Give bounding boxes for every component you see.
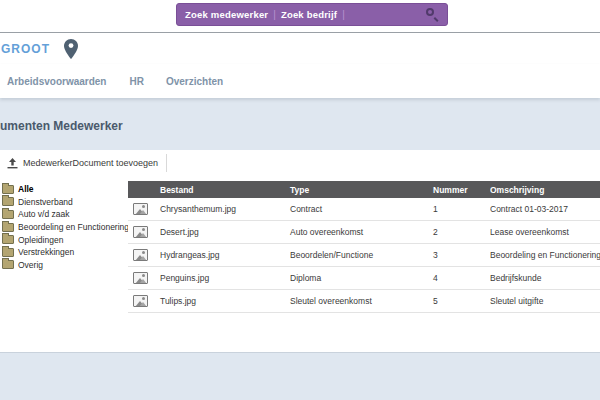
search-box[interactable]: Zoek medewerker | Zoek bedrijf |	[176, 3, 448, 26]
logo-bar: GROOT	[0, 33, 600, 64]
header-bestand: Bestand	[160, 185, 290, 195]
company-logo: GROOT	[1, 42, 50, 56]
folder-icon	[2, 223, 14, 232]
nav-item-hr[interactable]: HR	[129, 76, 143, 87]
add-medewerker-document-button[interactable]: MedewerkerDocument toevoegen	[0, 151, 164, 175]
tree-item-alle[interactable]: Alle	[2, 183, 128, 196]
search-separator: |	[342, 9, 345, 20]
panel-content: Alle Dienstverband Auto v/d zaak Beoorde…	[0, 176, 600, 313]
header-nummer: Nummer	[433, 185, 490, 195]
tree-item-dienstverband[interactable]: Dienstverband	[2, 196, 128, 209]
folder-icon	[2, 248, 14, 257]
search-icon[interactable]	[426, 8, 439, 21]
tree-item-opleidingen[interactable]: Opleidingen	[2, 233, 128, 246]
location-pin-icon[interactable]	[64, 39, 78, 59]
search-separator: |	[273, 9, 276, 20]
toolbar-divider	[166, 154, 167, 172]
folder-icon	[2, 235, 14, 244]
panel-toolbar: MedewerkerDocument toevoegen	[0, 150, 600, 176]
folder-icon	[2, 197, 14, 206]
folder-icon	[2, 210, 14, 219]
page-title: umenten Medewerker	[0, 119, 123, 133]
image-file-icon	[133, 203, 148, 215]
top-bar: Zoek medewerker | Zoek bedrijf |	[0, 0, 600, 33]
documents-table: Bestand Type Nummer Omschrijving Chrysan…	[128, 176, 600, 313]
image-file-icon	[133, 295, 148, 307]
tree-item-auto-vd-zaak[interactable]: Auto v/d zaak	[2, 208, 128, 221]
tree-item-beoordeling-en-functionering[interactable]: Beoordeling en Functionering	[2, 221, 128, 234]
folder-icon	[2, 185, 14, 194]
image-file-icon	[133, 272, 148, 284]
table-row[interactable]: Desert.jpg Auto overeenkomst 2 Lease ove…	[128, 221, 600, 244]
page-background: umenten Medewerker MedewerkerDocument to…	[0, 98, 600, 400]
tree-item-overig[interactable]: Overig	[2, 259, 128, 272]
image-file-icon	[133, 226, 148, 238]
header-type: Type	[290, 185, 433, 195]
category-tree: Alle Dienstverband Auto v/d zaak Beoorde…	[0, 176, 128, 313]
image-file-icon	[133, 249, 148, 261]
table-row[interactable]: Penguins.jpg Diploma 4 Bedrijfskunde	[128, 267, 600, 290]
upload-icon	[7, 158, 18, 169]
add-document-label: MedewerkerDocument toevoegen	[23, 158, 158, 168]
nav-item-arbeidsvoorwaarden[interactable]: Arbeidsvoorwaarden	[7, 76, 106, 87]
folder-icon	[2, 260, 14, 269]
documents-panel: MedewerkerDocument toevoegen Alle Dienst…	[0, 150, 600, 353]
search-company-label[interactable]: Zoek bedrijf	[281, 9, 337, 20]
table-row[interactable]: Chrysanthemum.jpg Contract 1 Contract 01…	[128, 198, 600, 221]
table-header: Bestand Type Nummer Omschrijving	[128, 181, 600, 198]
table-row[interactable]: Hydrangeas.jpg Beoordelen/Functione 3 Be…	[128, 244, 600, 267]
header-omschrijving: Omschrijving	[490, 185, 600, 195]
main-nav: Arbeidsvoorwaarden HR Overzichten	[0, 64, 600, 98]
nav-item-overzichten[interactable]: Overzichten	[166, 76, 223, 87]
table-row[interactable]: Tulips.jpg Sleutel overeenkomst 5 Sleute…	[128, 290, 600, 313]
search-employee-label[interactable]: Zoek medewerker	[185, 9, 268, 20]
tree-item-verstrekkingen[interactable]: Verstrekkingen	[2, 246, 128, 259]
